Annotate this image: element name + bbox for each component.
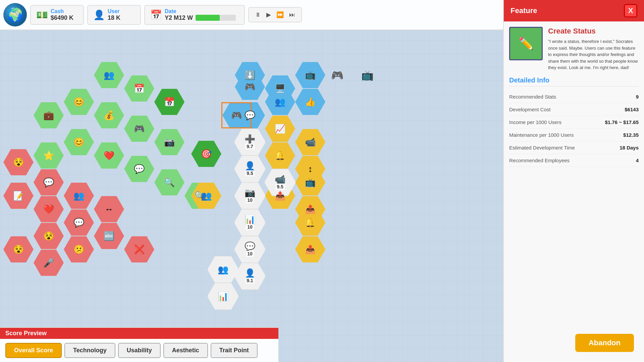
hex-red-10[interactable]: ❌ bbox=[124, 236, 154, 262]
hex-gaming-active[interactable]: 🎮 bbox=[221, 102, 252, 128]
abandon-button[interactable]: Abandon bbox=[575, 334, 634, 352]
hex-white-2[interactable]: 👤9.5 bbox=[235, 156, 265, 182]
info-value: 18 Days bbox=[620, 145, 639, 150]
hex-blue-5[interactable]: 👍 bbox=[295, 89, 325, 115]
info-value: $12.35 bbox=[623, 132, 639, 138]
hex-blue-7[interactable]: 🎮 bbox=[235, 74, 265, 100]
hex-top-right-2: 📺 bbox=[352, 62, 382, 88]
hex-green-5[interactable]: 💼 bbox=[34, 102, 64, 128]
score-tabs: Overall ScoreTechnologyUsabilityAestheti… bbox=[0, 339, 278, 362]
hex-white-5[interactable]: 💬10 bbox=[235, 236, 265, 262]
score-tab-usability[interactable]: Usability bbox=[118, 343, 161, 358]
hex-white-6[interactable]: 👤9.1 bbox=[235, 263, 265, 289]
feature-panel-header: Feature X bbox=[504, 0, 644, 21]
info-value: 4 bbox=[636, 158, 639, 163]
hex-red-13[interactable]: 🎤 bbox=[34, 250, 64, 276]
hex-green-11[interactable]: ❤️ bbox=[94, 142, 124, 169]
hex-red-1[interactable]: 😵 bbox=[3, 149, 34, 175]
hex-green-7[interactable]: 🎮 bbox=[124, 116, 154, 142]
info-value: $6143 bbox=[625, 107, 639, 112]
info-row: Maintenance per 1000 Users $12.35 bbox=[509, 129, 639, 141]
hex-green-3[interactable]: 😊 bbox=[64, 89, 94, 115]
info-row: Recommended Employees 4 bbox=[509, 154, 639, 167]
user-label: User bbox=[108, 8, 120, 14]
hex-yellow-3[interactable]: 🔔 bbox=[265, 142, 295, 169]
hex-green-10[interactable]: ⭐ bbox=[34, 142, 64, 169]
feature-panel-title: Feature bbox=[511, 6, 537, 15]
hex-yellow-8[interactable]: 🔔 bbox=[295, 209, 325, 236]
hex-red-12[interactable]: 😵 bbox=[3, 236, 34, 262]
hex-red-5[interactable]: ❤️ bbox=[34, 196, 64, 222]
info-row: Income per 1000 Users $1.76 ~ $17.65 bbox=[509, 116, 639, 129]
hex-top-right-1: 🎮 bbox=[322, 62, 352, 88]
hex-green-6[interactable]: 💰 bbox=[94, 102, 124, 128]
hex-white-3[interactable]: 📷10 bbox=[235, 183, 265, 209]
hex-white-7[interactable]: 📹9.5 bbox=[265, 169, 295, 195]
score-tab-aesthetic[interactable]: Aesthetic bbox=[163, 343, 208, 358]
score-tab-trait-point[interactable]: Trait Point bbox=[211, 343, 258, 358]
hex-yellow-7[interactable]: ↕️ bbox=[295, 156, 325, 182]
hex-red-9[interactable]: 🔤 bbox=[94, 223, 124, 249]
hex-green-12[interactable]: 💬 bbox=[124, 156, 154, 182]
score-tab-technology[interactable]: Technology bbox=[64, 343, 115, 358]
info-label: Recommended Employees bbox=[509, 158, 570, 163]
info-label: Estimated Development Time bbox=[509, 145, 575, 150]
hex-blue-4[interactable]: 👥 bbox=[265, 89, 295, 115]
fast-forward-button[interactable]: ⏩ bbox=[274, 10, 286, 19]
hex-yellow-group[interactable]: 👥 bbox=[208, 256, 238, 283]
hex-blue-3[interactable]: 📺 bbox=[295, 62, 325, 88]
feature-image: ✏️ bbox=[509, 27, 543, 60]
hex-dark-green-2[interactable]: 📍 bbox=[154, 89, 184, 115]
feature-name: Create Status bbox=[548, 27, 639, 36]
date-block: 📅 Date Y2 M12 W bbox=[144, 5, 245, 25]
hex-yellow-9[interactable]: 📤 bbox=[295, 236, 325, 262]
hex-red-3[interactable]: 👥 bbox=[64, 183, 94, 209]
feature-top-section: ✏️ Create Status "I wrote a status, ther… bbox=[509, 27, 639, 71]
hex-green-2[interactable]: 📅 bbox=[124, 75, 154, 102]
hex-red-4[interactable]: 📝 bbox=[3, 183, 34, 209]
user-block: 👤 User 18 K bbox=[87, 5, 141, 25]
pause-button[interactable]: ⏸ bbox=[253, 11, 263, 19]
info-label: Development Cost bbox=[509, 107, 550, 112]
info-value: 9 bbox=[636, 94, 639, 100]
hex-red-6[interactable]: 💬 bbox=[64, 209, 94, 236]
hex-white-bottom[interactable]: 📊 bbox=[208, 283, 238, 309]
score-preview: Score Preview Overall ScoreTechnologyUsa… bbox=[0, 327, 278, 362]
info-label: Maintenance per 1000 Users bbox=[509, 132, 574, 138]
date-progress-container bbox=[196, 15, 236, 21]
hex-green-13[interactable]: 🔍 bbox=[154, 169, 184, 195]
calendar-icon: 📅 bbox=[150, 9, 162, 20]
user-value: 18 K bbox=[108, 14, 120, 21]
hex-red-7[interactable]: ↔️ bbox=[94, 196, 124, 222]
hex-green-1[interactable]: 👥 bbox=[94, 62, 124, 88]
hex-yellow-2[interactable]: 📹 bbox=[295, 129, 325, 155]
hex-green-8[interactable]: 📷 bbox=[154, 129, 184, 155]
score-tab-overall-score[interactable]: Overall Score bbox=[5, 343, 62, 358]
globe-icon: 🌍 bbox=[3, 3, 27, 26]
feature-description: "I wrote a status, therefore I exist," S… bbox=[548, 38, 639, 71]
cash-label: Cash bbox=[51, 8, 73, 14]
info-row: Development Cost $6143 bbox=[509, 103, 639, 116]
feature-panel: Feature X ✏️ Create Status "I wrote a st… bbox=[503, 0, 644, 362]
cash-icon: 💵 bbox=[36, 9, 48, 20]
close-button[interactable]: X bbox=[624, 4, 637, 17]
hex-green-9[interactable]: 😊 bbox=[64, 129, 94, 155]
user-icon: 👤 bbox=[93, 9, 105, 20]
hex-yellow-10[interactable]: 👥 bbox=[191, 183, 221, 209]
cash-value: $6490 K bbox=[51, 14, 73, 21]
hex-map: 👥 📅 😊 📅 💼 💰 🎮 📷 😊 ⭐ ❤️ 💬 🔍 🔍 🎯 📍 ⬇️ 🖥️ 📺… bbox=[0, 30, 299, 362]
playback-controls: ⏸ ▶ ⏩ ⏭ bbox=[248, 7, 302, 22]
date-value: Y2 M12 W bbox=[165, 14, 193, 21]
score-preview-title: Score Preview bbox=[0, 328, 278, 339]
hex-dark-green-1[interactable]: 🎯 bbox=[191, 141, 221, 167]
play-button[interactable]: ▶ bbox=[264, 10, 273, 19]
hex-red-8[interactable]: 😵 bbox=[34, 223, 64, 249]
hex-red-11[interactable]: 😕 bbox=[64, 236, 94, 262]
hex-red-2[interactable]: 💬 bbox=[34, 169, 64, 195]
hex-white-1[interactable]: ➕9.7 bbox=[235, 129, 265, 155]
hex-white-4[interactable]: 📊10 bbox=[235, 209, 265, 236]
info-row: Recommended Stats 9 bbox=[509, 90, 639, 103]
fastest-forward-button[interactable]: ⏭ bbox=[287, 11, 297, 19]
hex-yellow-1[interactable]: 📈 bbox=[265, 116, 295, 142]
info-row: Estimated Development Time 18 Days bbox=[509, 141, 639, 154]
